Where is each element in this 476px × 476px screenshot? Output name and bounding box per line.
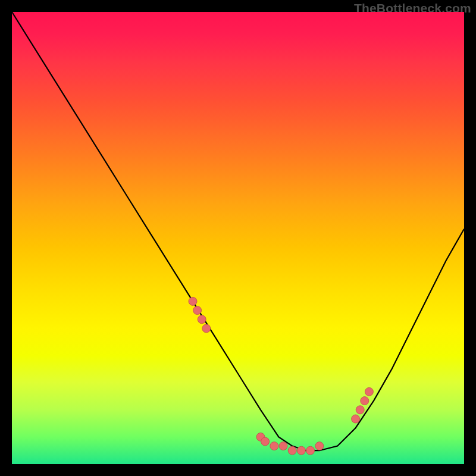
data-marker — [198, 315, 206, 324]
data-marker — [189, 297, 197, 305]
data-marker — [270, 442, 278, 450]
data-marker — [361, 397, 369, 405]
marker-group — [189, 297, 373, 455]
data-marker — [288, 446, 296, 455]
data-marker — [365, 387, 373, 396]
plot-area — [12, 12, 464, 464]
data-marker — [356, 406, 364, 414]
data-marker — [297, 446, 305, 455]
data-marker — [202, 324, 211, 333]
data-marker — [315, 442, 324, 450]
data-marker — [261, 437, 270, 446]
data-marker — [193, 306, 202, 315]
chart-stage: TheBottleneck.com — [0, 0, 476, 476]
bottleneck-curve — [12, 12, 464, 450]
data-marker — [306, 446, 315, 455]
data-marker — [279, 442, 287, 450]
chart-overlay — [12, 12, 464, 464]
data-marker — [352, 415, 360, 423]
